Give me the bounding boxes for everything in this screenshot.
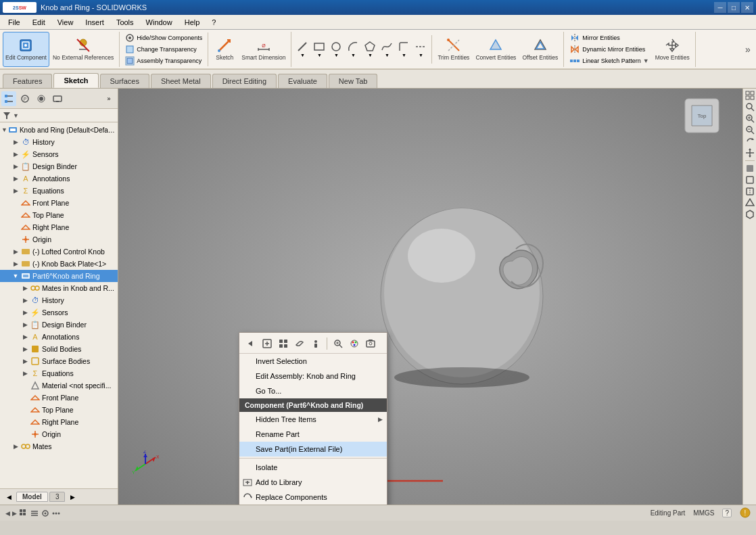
tree-item-right-plane[interactable]: Right Plane bbox=[0, 221, 118, 233]
rt-pan[interactable] bbox=[745, 147, 755, 158]
ctx-tb-back[interactable] bbox=[243, 336, 258, 351]
tree-expand-back-plate[interactable]: ▶ bbox=[11, 259, 20, 269]
panel-tab-tree[interactable] bbox=[1, 91, 16, 106]
close-button[interactable]: ✕ bbox=[741, 2, 753, 13]
rt-view-orientation[interactable] bbox=[745, 197, 755, 208]
minimize-button[interactable]: ─ bbox=[714, 2, 726, 13]
ctx-invert-selection[interactable]: Invert Selection bbox=[239, 354, 387, 369]
line-tool-button[interactable]: ▼ bbox=[294, 35, 310, 64]
menu-help[interactable]: Help bbox=[179, 17, 206, 28]
tree-item-origin2[interactable]: Origin bbox=[0, 428, 118, 440]
linear-sketch-pattern-button[interactable]: Linear Sketch Pattern ▼ bbox=[567, 55, 651, 66]
ctx-edit-assembly[interactable]: Edit Assembly: Knob and Ring bbox=[239, 369, 387, 383]
panel-scroll-left[interactable]: ◀ bbox=[3, 491, 15, 503]
tree-item-mates[interactable]: ▶ Mates in Knob and R... bbox=[0, 282, 118, 294]
ctx-go-to[interactable]: Go To... bbox=[239, 383, 387, 398]
tree-expand-equations[interactable]: ▶ bbox=[11, 186, 20, 195]
dynamic-mirror-entities-button[interactable]: Dynamic Mirror Entities bbox=[567, 44, 648, 55]
more-tools-button[interactable]: » bbox=[742, 32, 753, 67]
tab-new[interactable]: New Tab bbox=[329, 74, 378, 88]
tree-item-part6[interactable]: ▼ Part6^Knob and Ring bbox=[0, 270, 118, 282]
view-tab-model[interactable]: Model bbox=[16, 492, 48, 502]
circle-tool-button[interactable]: ▼ bbox=[328, 35, 344, 64]
ctx-replace-components[interactable]: Replace Components bbox=[239, 490, 387, 505]
tree-item-mates-bottom[interactable]: ▶ Mates bbox=[0, 440, 118, 452]
move-entities-button[interactable]: Move Entities bbox=[653, 32, 692, 67]
tree-item-root[interactable]: ▼ Knob and Ring (Default<Default_Display… bbox=[0, 124, 118, 136]
tree-expand-surface[interactable]: ▶ bbox=[20, 356, 30, 366]
tree-item-annotations[interactable]: ▶ A Annotations bbox=[0, 172, 118, 185]
ctx-tb-zoom[interactable] bbox=[331, 336, 346, 351]
tree-item-sensors2[interactable]: ▶ ⚡ Sensors bbox=[0, 306, 118, 319]
ctx-tb-properties[interactable] bbox=[308, 336, 323, 351]
tree-item-top-plane[interactable]: Top Plane bbox=[0, 209, 118, 221]
smart-dimension-button[interactable]: Ø Smart Dimension bbox=[239, 32, 288, 67]
tree-item-origin[interactable]: Origin bbox=[0, 233, 118, 246]
ctx-tb-edit[interactable] bbox=[260, 336, 275, 351]
ctx-isolate[interactable]: Isolate bbox=[239, 460, 387, 475]
tree-item-back-plate[interactable]: ▶ (-) Knob Back Plate<1> bbox=[0, 258, 118, 270]
tree-item-annotations2[interactable]: ▶ A Annotations bbox=[0, 331, 118, 343]
tree-item-equations2[interactable]: ▶ Σ Equations bbox=[0, 367, 118, 379]
hide-show-components-button[interactable]: Hide/Show Components bbox=[122, 32, 205, 43]
panel-scroll-right[interactable]: ▶ bbox=[66, 491, 78, 503]
rt-section-view[interactable] bbox=[745, 186, 755, 197]
mirror-entities-button[interactable]: Mirror Entities bbox=[567, 32, 634, 43]
tree-item-front-plane2[interactable]: Front Plane bbox=[0, 392, 118, 404]
convert-entities-button[interactable]: Convert Entities bbox=[473, 32, 519, 67]
tree-item-material[interactable]: Material <not specifi... bbox=[0, 379, 118, 392]
ctx-add-library[interactable]: Add to Library bbox=[239, 475, 387, 490]
tree-expand-equations2[interactable]: ▶ bbox=[20, 369, 30, 378]
maximize-button[interactable]: □ bbox=[728, 2, 740, 13]
tree-expand-mates[interactable]: ▶ bbox=[20, 283, 30, 293]
ctx-tb-grid[interactable] bbox=[276, 336, 291, 351]
rt-zoom-area[interactable] bbox=[745, 101, 755, 112]
menu-edit[interactable]: Edit bbox=[27, 17, 51, 28]
ctx-rename-part[interactable]: Rename Part bbox=[239, 427, 387, 442]
tree-expand-sensors[interactable]: ▶ bbox=[11, 149, 20, 159]
status-icon2[interactable]: ▶ bbox=[12, 510, 17, 517]
tree-item-right-plane2[interactable]: Right Plane bbox=[0, 416, 118, 428]
rectangle-tool-button[interactable]: ▼ bbox=[311, 35, 327, 64]
ctx-tb-screenshot[interactable] bbox=[363, 336, 378, 351]
tree-item-sensors[interactable]: ▶ ⚡ Sensors bbox=[0, 148, 118, 160]
arc-tool-button[interactable]: ▼ bbox=[345, 35, 361, 64]
tab-features[interactable]: Features bbox=[3, 74, 52, 88]
polygon-tool-button[interactable]: ▼ bbox=[362, 35, 378, 64]
status-list-icon[interactable] bbox=[30, 509, 39, 518]
panel-tab-properties[interactable]: P bbox=[18, 91, 32, 106]
sketch-button[interactable]: Sketch bbox=[211, 32, 238, 67]
tree-expand-root[interactable]: ▼ bbox=[1, 125, 7, 135]
tree-expand-binder2[interactable]: ▶ bbox=[20, 320, 30, 329]
sketch-construction-button[interactable]: ▼ bbox=[412, 35, 429, 64]
change-transparency-button[interactable]: Change Transparency bbox=[122, 44, 199, 55]
spline-tool-button[interactable]: ▼ bbox=[379, 35, 395, 64]
tab-direct-editing[interactable]: Direct Editing bbox=[212, 74, 277, 88]
menu-question[interactable]: ? bbox=[206, 17, 221, 28]
status-icon1[interactable]: ◀ bbox=[5, 510, 10, 517]
tab-sketch[interactable]: Sketch bbox=[53, 73, 98, 88]
menu-window[interactable]: Window bbox=[141, 17, 178, 28]
help-btn[interactable]: ? bbox=[722, 509, 732, 517]
assembly-transparency-button[interactable]: Assembly Transparency bbox=[122, 55, 204, 66]
trim-entities-button[interactable]: Trim Entities bbox=[435, 32, 472, 67]
tree-expand-history[interactable]: ▶ bbox=[11, 137, 20, 147]
panel-tab-config[interactable] bbox=[34, 91, 49, 106]
tree-expand-annotations[interactable]: ▶ bbox=[11, 174, 20, 183]
menu-tools[interactable]: Tools bbox=[111, 17, 139, 28]
ctx-tb-link[interactable] bbox=[292, 336, 307, 351]
rt-zoom-out[interactable] bbox=[745, 124, 755, 135]
rt-hide-lines[interactable] bbox=[745, 175, 755, 185]
no-external-ref-button[interactable]: No External References bbox=[50, 32, 116, 67]
viewport[interactable]: Top X Y Z bbox=[118, 89, 742, 505]
menu-view[interactable]: View bbox=[52, 17, 79, 28]
ctx-hidden-tree[interactable]: Hidden Tree Items ▶ bbox=[239, 412, 387, 427]
rt-display-style[interactable] bbox=[745, 163, 755, 174]
tree-item-lofted-knob[interactable]: ▶ (-) Lofted Control Knob bbox=[0, 246, 118, 258]
tree-item-front-plane[interactable]: Front Plane bbox=[0, 197, 118, 209]
tree-expand-annotations2[interactable]: ▶ bbox=[20, 332, 30, 342]
tree-expand-sensors2[interactable]: ▶ bbox=[20, 308, 30, 317]
tree-item-solid-bodies[interactable]: ▶ Solid Bodies bbox=[0, 343, 118, 355]
ctx-save-part-external[interactable]: Save Part(in External File) bbox=[239, 442, 387, 457]
tree-item-binder2[interactable]: ▶ 📋 Design Binder bbox=[0, 319, 118, 331]
